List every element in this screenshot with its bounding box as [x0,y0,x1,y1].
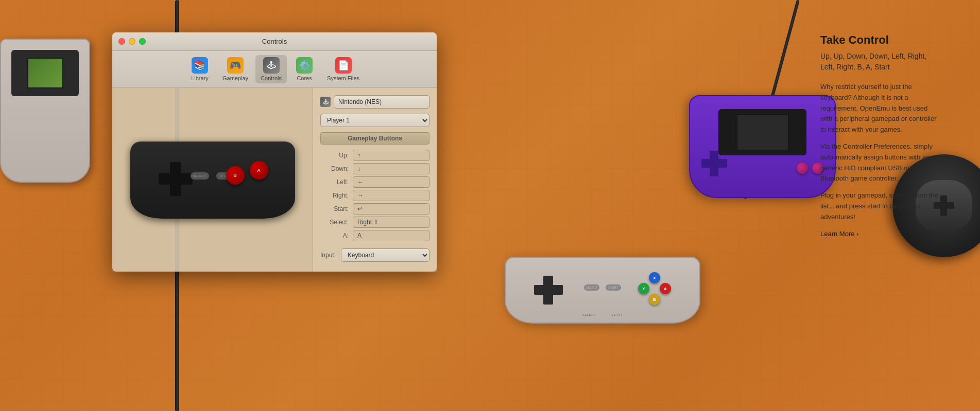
gba-b-button [797,163,808,174]
left-value[interactable]: ← [353,176,429,188]
select-label: Select: [320,219,349,226]
down-label: Down: [320,165,349,172]
window-controls [118,38,146,45]
input-dropdown[interactable]: Keyboard USB Gamepad 1 USB Gamepad 2 Blu… [341,248,429,262]
info-para-3: Plug in your gamepad, select it from the… [820,190,939,222]
bp-cross-v [940,195,947,216]
right-value[interactable]: → [353,190,429,201]
button-row-select: Select: Right ⇧ [320,217,429,228]
buttons-grid: Up: ↑ Down: ↓ Left: ← [320,150,429,241]
right-panel: 🕹 Nintendo (NES) Super Nintendo (SNES) G… [313,88,437,272]
toolbar-label-cores: Cores [297,75,312,81]
controls-window: Controls 📚 Library 🎮 Gameplay 🕹 Controls… [112,32,437,272]
nes-b-label: B [233,173,237,178]
console-dropdown[interactable]: Nintendo (NES) Super Nintendo (SNES) Gam… [334,95,429,109]
button-row-right: Right: → [320,190,429,201]
right-value-text: → [357,192,364,199]
info-subtitle: Up, Up, Down, Down, Left, Right,Left, Ri… [820,51,939,73]
controls-icon: 🕹 [263,57,280,74]
snes-controller-decoration: SELECT START A B X Y SELECT START [505,257,700,324]
cores-icon: ⚙️ [296,57,313,74]
snes-y-label: Y [642,287,645,291]
nes-a-button: A [250,161,268,180]
select-value-text: Right ⇧ [357,219,379,226]
button-row-up: Up: ↑ [320,150,429,161]
gba-dpad-v [710,151,718,176]
snes-x-label: X [653,276,656,280]
snes-select-start: SELECT START [584,284,621,291]
toolbar-item-controls[interactable]: 🕹 Controls [255,55,287,83]
close-button[interactable] [118,38,125,45]
info-para-1: Why restrict yourself to just the keyboa… [820,82,939,135]
snes-a-button: A [660,283,671,294]
nes-ab-area: B A [226,161,268,185]
toolbar-item-sysfiles[interactable]: 📄 System Files [322,55,365,83]
input-label: Input: [320,252,337,259]
gba-dpad [701,151,727,176]
snes-dpad-v [543,276,553,305]
toolbar-item-gameplay[interactable]: 🎮 Gameplay [217,55,253,83]
snes-select-btn: SELECT [584,284,599,291]
gameboy-classic-decoration [0,39,90,183]
nes-b-button: B [226,166,245,185]
a-value-text: A [357,232,362,239]
a-label: A: [320,232,349,239]
toolbar: 📚 Library 🎮 Gameplay 🕹 Controls ⚙️ Cores… [112,51,437,88]
button-row-a: A: A [320,230,429,241]
up-value-text: ↑ [357,152,360,159]
info-para-2: Via the Controller Preferences, simply a… [820,141,939,184]
input-selector-row: Input: Keyboard USB Gamepad 1 USB Gamepa… [320,248,429,262]
start-value-text: ↵ [357,205,363,212]
gba-decoration [689,95,836,198]
player-dropdown[interactable]: Player 1 Player 2 Player 3 Player 4 [320,114,429,127]
a-value[interactable]: A [353,230,429,241]
left-panel: SELECT START B A [112,88,313,272]
select-value[interactable]: Right ⇧ [353,217,429,228]
window-title: Controls [262,38,287,45]
toolbar-item-library[interactable]: 📚 Library [184,55,215,83]
info-subtitle-text: Up, Up, Down, Down, Left, Right,Left, Ri… [820,52,926,71]
nes-select-label: SELECT [193,174,206,177]
down-value[interactable]: ↓ [353,163,429,174]
window-titlebar: Controls [112,32,437,51]
snes-start-label: START [609,286,618,289]
snes-select-label: SELECT [586,286,597,289]
console-selector-row: 🕹 Nintendo (NES) Super Nintendo (SNES) G… [320,95,429,109]
gameplay-buttons-header: Gameplay Buttons [320,132,429,145]
start-label: Start: [320,205,349,212]
snes-start-bottom-label: START [611,313,623,316]
toolbar-label-sysfiles: System Files [327,75,359,81]
console-icon: 🕹 [320,97,331,107]
snes-dpad [534,276,563,305]
snes-y-button: Y [638,283,649,294]
toolbar-label-gameplay: Gameplay [222,75,248,81]
dpad-center [170,173,181,185]
button-row-left: Left: ← [320,176,429,188]
button-row-start: Start: ↵ [320,203,429,215]
down-value-text: ↓ [357,165,360,172]
window-body: SELECT START B A [112,88,437,272]
gb-screen [27,58,63,88]
maximize-button[interactable] [139,38,146,45]
up-value[interactable]: ↑ [353,150,429,161]
start-value[interactable]: ↵ [353,203,429,215]
left-value-text: ← [357,178,364,186]
snes-x-button: X [649,272,660,283]
nes-select-btn: SELECT [191,172,209,180]
right-label: Right: [320,192,349,199]
up-label: Up: [320,152,349,159]
snes-b-button: B [649,294,660,305]
snes-abxy-area: A B X Y [638,272,671,305]
learn-more-link[interactable]: Learn More [820,230,858,238]
snes-start-btn: START [606,284,621,291]
toolbar-item-cores[interactable]: ⚙️ Cores [289,55,320,83]
nes-controller: SELECT START B A [130,141,295,219]
info-title: Take Control [820,33,939,47]
gameplay-icon: 🎮 [227,57,244,74]
nes-a-label: A [257,168,261,173]
minimize-button[interactable] [129,38,135,45]
gb-screen-area [11,50,79,96]
snes-select-bottom-label: SELECT [582,313,596,316]
snes-bottom-labels: SELECT START [582,313,623,316]
gba-screen-area [718,109,806,155]
